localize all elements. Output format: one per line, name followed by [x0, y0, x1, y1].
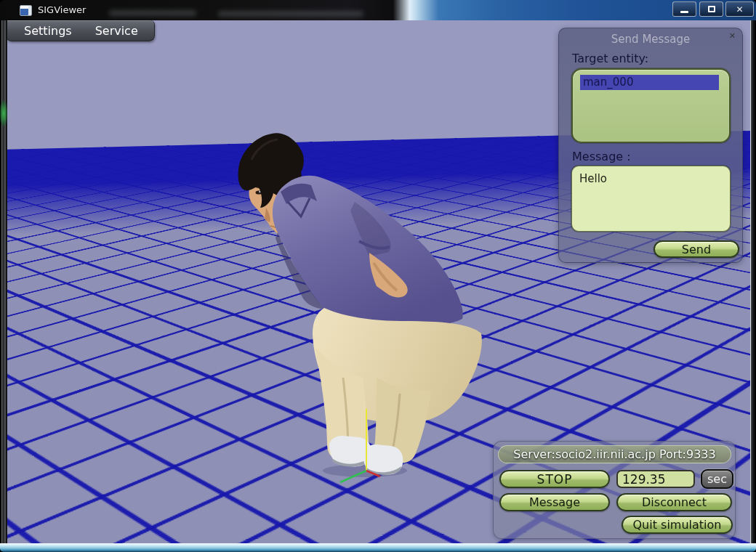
panel-title: Send Message: [559, 33, 742, 46]
disconnect-button[interactable]: Disconnect: [616, 493, 732, 511]
window-frame-left: [0, 20, 7, 543]
window-frame-right: [750, 20, 756, 543]
stop-button[interactable]: STOP: [499, 470, 610, 488]
send-message-panel: Send Message ✕ Target entity: man_000 Me…: [558, 28, 743, 263]
server-control-panel: Server:socio2.iir.nii.ac.jp Port:9333 ST…: [493, 441, 736, 539]
maximize-icon: [708, 6, 715, 12]
minimize-icon: [680, 11, 688, 13]
target-entity-listbox[interactable]: man_000: [571, 68, 731, 143]
send-button[interactable]: Send: [654, 240, 739, 258]
menu-settings[interactable]: Settings: [15, 23, 81, 39]
minimize-button[interactable]: [672, 1, 696, 17]
message-input[interactable]: Hello: [571, 166, 731, 232]
window-title: SIGViewer: [38, 4, 86, 15]
character-bowing-man[interactable]: [234, 131, 496, 503]
close-icon: ✕: [736, 4, 743, 15]
quit-simulation-button[interactable]: Quit simulation: [622, 516, 733, 534]
menubar: Settings Service: [7, 20, 155, 41]
message-button[interactable]: Message: [499, 493, 610, 511]
panel-close-icon[interactable]: ✕: [729, 31, 736, 41]
list-item-man-000[interactable]: man_000: [580, 75, 719, 90]
window-frame-bottom: [0, 543, 756, 552]
target-entity-label: Target entity:: [572, 52, 648, 65]
maximize-button[interactable]: [699, 1, 723, 17]
message-label: Message :: [572, 150, 631, 163]
glass-smudge: [218, 11, 363, 17]
sec-button[interactable]: sec: [701, 469, 733, 489]
titlebar[interactable]: SIGViewer ✕: [0, 0, 756, 20]
close-button[interactable]: ✕: [725, 1, 754, 17]
server-info-bar: Server:socio2.iir.nii.ac.jp Port:9333: [498, 445, 731, 463]
time-field[interactable]: [616, 470, 695, 488]
menu-service[interactable]: Service: [87, 23, 147, 39]
glass-smudge: [109, 10, 196, 16]
app-icon: [20, 5, 32, 16]
3d-viewport[interactable]: Settings Service Send Message ✕ Target e…: [7, 20, 750, 543]
sigviewer-window: SIGViewer ✕: [0, 0, 756, 552]
